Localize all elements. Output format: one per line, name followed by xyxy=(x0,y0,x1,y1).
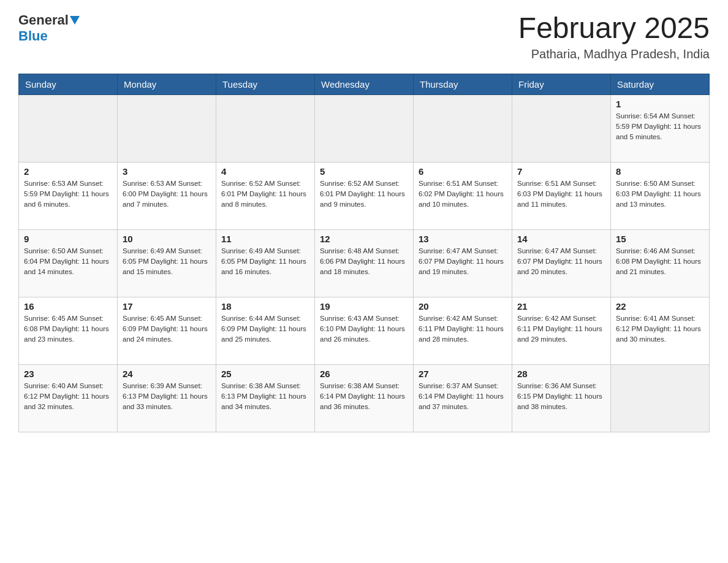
calendar-cell: 28Sunrise: 6:36 AM Sunset: 6:15 PM Dayli… xyxy=(512,364,611,432)
day-number: 26 xyxy=(320,369,408,379)
header-saturday: Saturday xyxy=(611,74,710,94)
calendar-cell: 22Sunrise: 6:41 AM Sunset: 6:12 PM Dayli… xyxy=(611,297,710,364)
day-info: Sunrise: 6:50 AM Sunset: 6:03 PM Dayligh… xyxy=(616,178,704,210)
day-info: Sunrise: 6:44 AM Sunset: 6:09 PM Dayligh… xyxy=(221,313,309,345)
calendar-cell: 1Sunrise: 6:54 AM Sunset: 5:59 PM Daylig… xyxy=(611,94,710,162)
day-info: Sunrise: 6:38 AM Sunset: 6:14 PM Dayligh… xyxy=(320,381,408,413)
header-thursday: Thursday xyxy=(414,74,512,94)
page-header: General Blue February 2025 Patharia, Mad… xyxy=(18,12,710,61)
day-number: 10 xyxy=(123,234,211,244)
calendar-cell: 24Sunrise: 6:39 AM Sunset: 6:13 PM Dayli… xyxy=(118,364,216,432)
calendar-table: Sunday Monday Tuesday Wednesday Thursday… xyxy=(18,74,710,432)
day-info: Sunrise: 6:53 AM Sunset: 5:59 PM Dayligh… xyxy=(24,178,112,210)
calendar-cell: 25Sunrise: 6:38 AM Sunset: 6:13 PM Dayli… xyxy=(216,364,315,432)
calendar-week-row: 16Sunrise: 6:45 AM Sunset: 6:08 PM Dayli… xyxy=(19,297,710,364)
day-info: Sunrise: 6:47 AM Sunset: 6:07 PM Dayligh… xyxy=(517,246,605,278)
day-number: 8 xyxy=(616,166,704,177)
day-number: 16 xyxy=(24,301,112,312)
day-info: Sunrise: 6:49 AM Sunset: 6:05 PM Dayligh… xyxy=(123,246,211,278)
calendar-cell xyxy=(512,94,611,162)
day-number: 23 xyxy=(24,369,112,379)
logo-general-text: General xyxy=(18,12,69,28)
day-info: Sunrise: 6:38 AM Sunset: 6:13 PM Dayligh… xyxy=(221,381,309,413)
calendar-week-row: 23Sunrise: 6:40 AM Sunset: 6:12 PM Dayli… xyxy=(19,364,710,432)
day-number: 15 xyxy=(616,234,704,244)
day-info: Sunrise: 6:50 AM Sunset: 6:04 PM Dayligh… xyxy=(24,246,112,278)
calendar-cell: 12Sunrise: 6:48 AM Sunset: 6:06 PM Dayli… xyxy=(315,229,414,297)
calendar-cell xyxy=(315,94,414,162)
header-sunday: Sunday xyxy=(19,74,118,94)
day-number: 3 xyxy=(123,166,211,177)
calendar-cell: 27Sunrise: 6:37 AM Sunset: 6:14 PM Dayli… xyxy=(414,364,512,432)
header-monday: Monday xyxy=(118,74,216,94)
day-info: Sunrise: 6:54 AM Sunset: 5:59 PM Dayligh… xyxy=(616,111,704,143)
day-info: Sunrise: 6:37 AM Sunset: 6:14 PM Dayligh… xyxy=(419,381,507,413)
calendar-cell: 26Sunrise: 6:38 AM Sunset: 6:14 PM Dayli… xyxy=(315,364,414,432)
day-number: 14 xyxy=(517,234,605,244)
calendar-cell: 3Sunrise: 6:53 AM Sunset: 6:00 PM Daylig… xyxy=(118,162,216,229)
day-info: Sunrise: 6:47 AM Sunset: 6:07 PM Dayligh… xyxy=(419,246,507,278)
header-friday: Friday xyxy=(512,74,611,94)
day-info: Sunrise: 6:41 AM Sunset: 6:12 PM Dayligh… xyxy=(616,313,704,345)
day-info: Sunrise: 6:48 AM Sunset: 6:06 PM Dayligh… xyxy=(320,246,408,278)
calendar-header: Sunday Monday Tuesday Wednesday Thursday… xyxy=(19,74,710,94)
calendar-cell: 23Sunrise: 6:40 AM Sunset: 6:12 PM Dayli… xyxy=(19,364,118,432)
calendar-cell: 10Sunrise: 6:49 AM Sunset: 6:05 PM Dayli… xyxy=(118,229,216,297)
day-number: 20 xyxy=(419,301,507,312)
day-info: Sunrise: 6:51 AM Sunset: 6:02 PM Dayligh… xyxy=(419,178,507,210)
calendar-cell xyxy=(118,94,216,162)
day-number: 22 xyxy=(616,301,704,312)
day-info: Sunrise: 6:52 AM Sunset: 6:01 PM Dayligh… xyxy=(320,178,408,210)
calendar-cell: 19Sunrise: 6:43 AM Sunset: 6:10 PM Dayli… xyxy=(315,297,414,364)
weekday-header-row: Sunday Monday Tuesday Wednesday Thursday… xyxy=(19,74,710,94)
day-number: 4 xyxy=(221,166,309,177)
logo-blue-text: Blue xyxy=(18,28,48,44)
calendar-cell xyxy=(19,94,118,162)
calendar-cell: 15Sunrise: 6:46 AM Sunset: 6:08 PM Dayli… xyxy=(611,229,710,297)
header-tuesday: Tuesday xyxy=(216,74,315,94)
day-info: Sunrise: 6:45 AM Sunset: 6:08 PM Dayligh… xyxy=(24,313,112,345)
calendar-cell: 17Sunrise: 6:45 AM Sunset: 6:09 PM Dayli… xyxy=(118,297,216,364)
day-info: Sunrise: 6:46 AM Sunset: 6:08 PM Dayligh… xyxy=(616,246,704,278)
calendar-cell: 8Sunrise: 6:50 AM Sunset: 6:03 PM Daylig… xyxy=(611,162,710,229)
calendar-cell xyxy=(216,94,315,162)
day-info: Sunrise: 6:40 AM Sunset: 6:12 PM Dayligh… xyxy=(24,381,112,413)
calendar-cell: 2Sunrise: 6:53 AM Sunset: 5:59 PM Daylig… xyxy=(19,162,118,229)
calendar-cell: 4Sunrise: 6:52 AM Sunset: 6:01 PM Daylig… xyxy=(216,162,315,229)
logo-triangle-icon xyxy=(70,16,80,25)
calendar-cell: 13Sunrise: 6:47 AM Sunset: 6:07 PM Dayli… xyxy=(414,229,512,297)
day-number: 19 xyxy=(320,301,408,312)
calendar-cell xyxy=(611,364,710,432)
day-info: Sunrise: 6:43 AM Sunset: 6:10 PM Dayligh… xyxy=(320,313,408,345)
month-title: February 2025 xyxy=(518,12,710,45)
day-number: 27 xyxy=(419,369,507,379)
calendar-cell: 5Sunrise: 6:52 AM Sunset: 6:01 PM Daylig… xyxy=(315,162,414,229)
day-info: Sunrise: 6:42 AM Sunset: 6:11 PM Dayligh… xyxy=(517,313,605,345)
day-number: 12 xyxy=(320,234,408,244)
header-wednesday: Wednesday xyxy=(315,74,414,94)
logo: General Blue xyxy=(18,12,80,44)
day-info: Sunrise: 6:45 AM Sunset: 6:09 PM Dayligh… xyxy=(123,313,211,345)
day-number: 28 xyxy=(517,369,605,379)
day-info: Sunrise: 6:52 AM Sunset: 6:01 PM Dayligh… xyxy=(221,178,309,210)
day-info: Sunrise: 6:51 AM Sunset: 6:03 PM Dayligh… xyxy=(517,178,605,210)
calendar-cell: 9Sunrise: 6:50 AM Sunset: 6:04 PM Daylig… xyxy=(19,229,118,297)
calendar-cell: 11Sunrise: 6:49 AM Sunset: 6:05 PM Dayli… xyxy=(216,229,315,297)
day-info: Sunrise: 6:39 AM Sunset: 6:13 PM Dayligh… xyxy=(123,381,211,413)
day-info: Sunrise: 6:36 AM Sunset: 6:15 PM Dayligh… xyxy=(517,381,605,413)
day-number: 18 xyxy=(221,301,309,312)
day-number: 1 xyxy=(616,99,704,109)
day-number: 6 xyxy=(419,166,507,177)
day-number: 11 xyxy=(221,234,309,244)
day-number: 24 xyxy=(123,369,211,379)
title-section: February 2025 Patharia, Madhya Pradesh, … xyxy=(518,12,710,61)
calendar-week-row: 1Sunrise: 6:54 AM Sunset: 5:59 PM Daylig… xyxy=(19,94,710,162)
day-info: Sunrise: 6:42 AM Sunset: 6:11 PM Dayligh… xyxy=(419,313,507,345)
calendar-cell: 21Sunrise: 6:42 AM Sunset: 6:11 PM Dayli… xyxy=(512,297,611,364)
day-number: 25 xyxy=(221,369,309,379)
calendar-week-row: 2Sunrise: 6:53 AM Sunset: 5:59 PM Daylig… xyxy=(19,162,710,229)
day-number: 17 xyxy=(123,301,211,312)
calendar-cell xyxy=(414,94,512,162)
day-info: Sunrise: 6:53 AM Sunset: 6:00 PM Dayligh… xyxy=(123,178,211,210)
day-number: 21 xyxy=(517,301,605,312)
